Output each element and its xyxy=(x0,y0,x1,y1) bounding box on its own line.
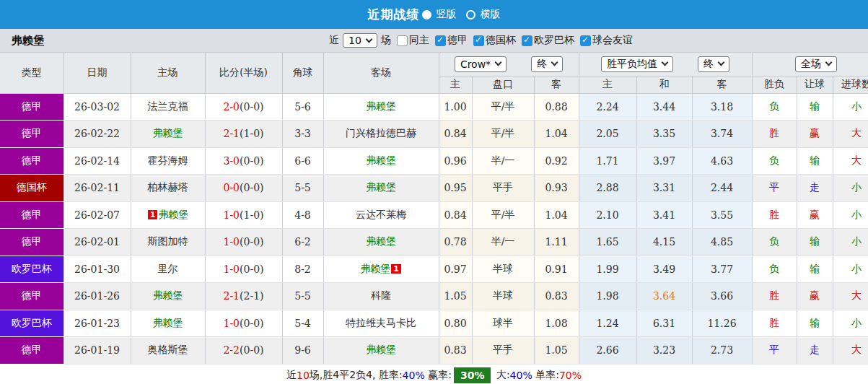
away-team-cell: 弗赖堡1 xyxy=(323,256,439,283)
scope-select[interactable]: 全场 xyxy=(795,56,837,72)
avg-away-cell: 2.73 xyxy=(692,337,752,365)
league-cell: 德甲 xyxy=(0,147,63,175)
match-count: 10 xyxy=(297,370,310,381)
league-cell: 德甲 xyxy=(0,337,63,365)
subheader-result: 胜负 xyxy=(752,76,797,93)
summary-text: 场,胜4平2负4, 胜率: xyxy=(310,369,403,382)
chevron-down-icon xyxy=(365,35,372,43)
bookmaker-select[interactable]: Crow* xyxy=(455,56,507,72)
same-home-label[interactable]: 同主 xyxy=(409,34,429,47)
date-cell: 26-03-02 xyxy=(63,93,131,121)
table-row: 欧罗巴杯 26-01-30 里尔 1-0(0-0) 8-2 弗赖堡1 0.97 … xyxy=(0,256,868,283)
score-cell: 2-1(2-1) xyxy=(205,283,282,310)
league-friendly-label[interactable]: 球会友谊 xyxy=(592,34,633,47)
avg-odds-select[interactable]: 胜平负均值 xyxy=(601,56,673,72)
subheader-handicap-result: 让球 xyxy=(797,76,833,93)
away-team-cell: 云达不莱梅 xyxy=(323,201,439,229)
avg-home-cell: 2.10 xyxy=(579,201,636,229)
bookmaker-time-select[interactable]: 终 xyxy=(531,56,563,72)
corner-cell: 8-2 xyxy=(282,256,323,283)
home-team-cell: 弗赖堡 xyxy=(131,121,205,148)
same-home-checkbox[interactable] xyxy=(397,35,408,46)
table-row: 德甲 26-02-14 霍芬海姆 3-0(0-0) 6-6 弗赖堡 0.96 半… xyxy=(0,147,868,175)
league-ouluobabei-checkbox[interactable] xyxy=(522,35,532,46)
goals-result-cell: 大 xyxy=(833,147,868,175)
avg-away-cell: 3.66 xyxy=(692,283,752,310)
home-odds-cell: 0.83 xyxy=(439,337,472,365)
avg-home-cell: 1.98 xyxy=(579,283,636,310)
corner-cell: 3-3 xyxy=(282,121,323,148)
handicap-cell: 平/半 xyxy=(472,201,534,229)
date-cell: 26-02-11 xyxy=(63,175,131,202)
result-cell: 负 xyxy=(752,93,797,121)
radio-horizontal-label[interactable]: 横版 xyxy=(481,8,501,21)
radio-horizontal-icon[interactable] xyxy=(466,10,475,19)
handicap-result-cell: 输 xyxy=(797,310,833,337)
result-cell: 平 xyxy=(752,337,797,365)
corner-cell: 5-5 xyxy=(282,175,323,202)
summary-text: 近 xyxy=(286,369,297,382)
handicap-win-pct-badge: 30% xyxy=(454,367,491,383)
handicap-cell: 半/一 xyxy=(472,147,534,175)
recent-results-panel: 近期战绩 竖版 横版 弗赖堡 近 10 场 同主 德甲 德国杯 欧罗巴杯 球会友… xyxy=(0,0,868,384)
score-cell: 3-0(0-0) xyxy=(205,147,282,175)
league-cell: 欧罗巴杯 xyxy=(0,310,63,337)
league-dejia-checkbox[interactable] xyxy=(435,35,446,46)
avg-time-select[interactable]: 终 xyxy=(698,56,729,72)
avg-home-cell: 2.88 xyxy=(579,175,636,202)
radio-vertical-label[interactable]: 竖版 xyxy=(437,8,457,21)
away-team-cell: 科隆 xyxy=(323,283,439,310)
goals-result-cell: 大 xyxy=(833,283,868,310)
filter-controls: 近 10 场 同主 德甲 德国杯 欧罗巴杯 球会友谊 xyxy=(235,33,633,48)
handicap-result-cell: 赢 xyxy=(797,201,833,229)
handicap-result-cell: 赢 xyxy=(797,121,833,148)
avg-draw-cell: 3.35 xyxy=(636,121,692,148)
goals-result-cell: 小 xyxy=(833,256,868,283)
avg-home-cell: 2.66 xyxy=(579,337,636,365)
date-cell: 26-01-23 xyxy=(63,310,131,337)
home-odds-cell: 0.80 xyxy=(439,310,472,337)
win-rate: 40% xyxy=(403,370,425,381)
match-count-select[interactable]: 10 xyxy=(343,33,377,48)
score-cell: 2-1(1-0) xyxy=(205,121,282,148)
avg-draw-cell: 4.15 xyxy=(636,229,692,256)
team-name: 弗赖堡 xyxy=(12,34,44,48)
league-cell: 德甲 xyxy=(0,229,63,256)
filter-bar: 弗赖堡 近 10 场 同主 德甲 德国杯 欧罗巴杯 球会友谊 xyxy=(0,29,868,53)
result-cell: 负 xyxy=(752,147,797,175)
col-header-away: 客场 xyxy=(323,53,439,93)
handicap-result-cell: 赢 xyxy=(797,283,833,310)
league-friendly-checkbox[interactable] xyxy=(580,35,591,46)
corner-cell: 5-6 xyxy=(282,93,323,121)
date-cell: 26-01-19 xyxy=(63,337,131,365)
handicap-cell: 平/半 xyxy=(472,121,534,148)
chevron-down-icon xyxy=(662,59,669,66)
handicap-cell: 平手 xyxy=(472,175,534,202)
col-header-date: 日期 xyxy=(63,53,131,93)
avg-away-cell: 3.74 xyxy=(692,121,752,148)
result-cell: 胜 xyxy=(752,121,797,148)
handicap-result-cell: 输 xyxy=(797,256,833,283)
radio-vertical-icon[interactable] xyxy=(422,10,431,19)
chevron-down-icon xyxy=(495,59,502,66)
home-odds-cell: 0.78 xyxy=(439,229,472,256)
col-header-type: 类型 xyxy=(0,53,63,93)
away-odds-cell: 0.91 xyxy=(534,256,579,283)
league-deguobei-label[interactable]: 德国杯 xyxy=(486,34,516,47)
handicap-cell: 半球 xyxy=(472,283,534,310)
league-dejia-label[interactable]: 德甲 xyxy=(447,34,468,47)
league-ouluobabei-label[interactable]: 欧罗巴杯 xyxy=(534,34,574,47)
col-header-score: 比分(半场) xyxy=(205,53,282,93)
avg-away-cell: 11.26 xyxy=(692,310,752,337)
rank-badge: 1 xyxy=(148,210,158,219)
home-team-cell: 斯图加特 xyxy=(131,229,205,256)
league-deguobei-checkbox[interactable] xyxy=(473,35,484,46)
handicap-cell: 球半 xyxy=(472,310,534,337)
subheader-handicap: 盘口 xyxy=(472,76,534,93)
matches-label: 场 xyxy=(381,34,391,47)
summary-bar: 近10场,胜4平2负4, 胜率:40% 赢率:30% 大:40% 单率:70% xyxy=(0,365,868,384)
table-row: 德甲 26-02-07 1弗赖堡 1-0(1-0) 4-8 云达不莱梅 0.84… xyxy=(0,201,868,229)
home-team-cell: 里尔 xyxy=(131,256,205,283)
subheader-home-odds: 主 xyxy=(439,76,472,93)
away-odds-cell: 1.08 xyxy=(534,310,579,337)
